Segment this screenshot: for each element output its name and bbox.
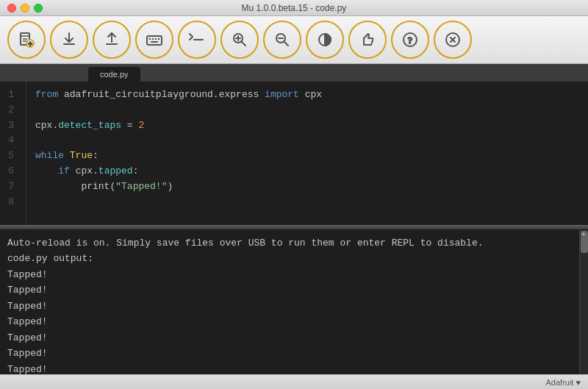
new-button[interactable]: + bbox=[7, 21, 46, 59]
output-line-8: Tapped! bbox=[7, 346, 581, 361]
svg-line-18 bbox=[284, 42, 289, 46]
editor: 1 2 3 4 5 6 7 8 from adafruit_circuitpla… bbox=[0, 82, 588, 225]
theme-button[interactable] bbox=[306, 21, 344, 59]
tab-code-py[interactable]: code.py bbox=[88, 67, 140, 82]
repl-button[interactable] bbox=[178, 21, 216, 59]
traffic-lights bbox=[7, 4, 43, 13]
adafruit-label: Adafruit ♥ bbox=[546, 378, 581, 387]
code-line-2 bbox=[35, 103, 579, 118]
output-line-6: Tapped! bbox=[7, 314, 581, 329]
output-area: Auto-reload is on. Simply save files ove… bbox=[0, 229, 588, 374]
code-line-5: while True: bbox=[35, 149, 579, 164]
code-editor[interactable]: from adafruit_circuitplayground.express … bbox=[26, 82, 588, 225]
save-button[interactable] bbox=[93, 21, 131, 59]
help-button[interactable]: ? bbox=[391, 21, 429, 59]
keyboard-button[interactable] bbox=[135, 21, 173, 59]
code-line-4 bbox=[35, 133, 579, 149]
scrollbar-track[interactable]: ▲ bbox=[579, 229, 588, 374]
output-line-1: Auto-reload is on. Simply save files ove… bbox=[7, 235, 581, 251]
svg-text:?: ? bbox=[408, 35, 412, 46]
code-line-3: cpx.detect_taps = 2 bbox=[35, 118, 579, 134]
line-numbers: 1 2 3 4 5 6 7 8 bbox=[0, 82, 26, 225]
svg-text:+: + bbox=[29, 40, 32, 48]
minimize-button[interactable] bbox=[21, 4, 29, 13]
toolbar: + ? bbox=[0, 16, 588, 64]
tab-bar: code.py bbox=[0, 64, 588, 82]
output-line-7: Tapped! bbox=[7, 330, 581, 346]
load-button[interactable] bbox=[50, 21, 88, 59]
zoom-in-button[interactable] bbox=[220, 21, 259, 59]
output-line-5: Tapped! bbox=[7, 299, 581, 314]
output-line-9: Tapped! bbox=[7, 362, 581, 375]
output-line-2: code.py output: bbox=[7, 251, 581, 266]
code-line-1: from adafruit_circuitplayground.express … bbox=[35, 88, 579, 103]
window-title: Mu 1.0.0.beta.15 - code.py bbox=[242, 3, 347, 13]
title-bar: Mu 1.0.0.beta.15 - code.py bbox=[0, 0, 588, 16]
svg-line-14 bbox=[242, 42, 246, 46]
bottom-bar: Adafruit ♥ bbox=[0, 374, 588, 389]
scroll-up-arrow[interactable]: ▲ bbox=[579, 229, 588, 238]
svg-rect-6 bbox=[147, 36, 162, 45]
code-line-6: if cpx.tapped: bbox=[35, 164, 579, 179]
quit-button[interactable] bbox=[434, 21, 472, 59]
code-line-7: print("Tapped!") bbox=[35, 179, 579, 195]
maximize-button[interactable] bbox=[34, 4, 43, 13]
zoom-out-button[interactable] bbox=[263, 21, 301, 59]
output-line-3: Tapped! bbox=[7, 267, 581, 282]
code-line-8 bbox=[35, 195, 579, 210]
output-line-4: Tapped! bbox=[7, 282, 581, 298]
check-button[interactable] bbox=[348, 21, 387, 59]
close-button[interactable] bbox=[7, 4, 16, 13]
